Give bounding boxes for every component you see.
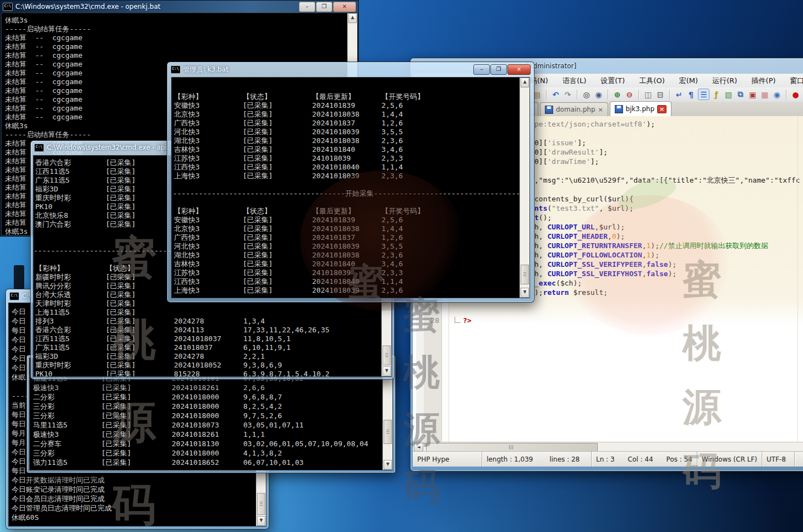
scroll-down-arrow[interactable]: ▼ (383, 366, 391, 376)
scrollbar-k3[interactable]: ▲ ▼ (520, 78, 529, 298)
console-cell: 20241018000 (172, 448, 219, 458)
console-cell: [已采集] (101, 430, 132, 439)
close-button[interactable]: × (333, 2, 356, 12)
console-cell: 广东11选5 (35, 176, 69, 185)
tab-bjk3.php[interactable]: bjk3.php× (610, 101, 671, 116)
scroll-thumb[interactable] (257, 493, 265, 515)
lottery-row: 吉林快3[已采集]20241018403,4,6 (173, 260, 529, 268)
scroll-up-arrow[interactable]: ▲ (521, 78, 529, 87)
menu-item-T[interactable]: 设置(T) (600, 76, 625, 86)
console-cell: 江苏快3 (174, 154, 200, 163)
console-cell: 20241018652 (172, 458, 219, 467)
zoom-out-icon[interactable]: ⊖ (624, 89, 635, 100)
console-cell: 2,3,6 (381, 286, 403, 295)
word-wrap-icon[interactable]: ↵ (674, 89, 684, 100)
scroll-down-arrow[interactable]: ▼ (384, 460, 392, 470)
macro-record-icon[interactable]: ● (790, 89, 801, 100)
console-cell: 241018037 (174, 343, 212, 352)
code-segment: ]; (591, 157, 599, 166)
tab-domain.php[interactable]: domain.php× (540, 102, 608, 116)
lottery-row: 排列3[已采集]20242781,3,4 (34, 317, 391, 326)
console-cell: 20241018038 (312, 251, 359, 260)
console-cell: [已采集] (243, 260, 273, 268)
console-output-k3: 【彩种】【状态】【最后更新】【开奖号码】安徽快3[已采集]20241018392… (171, 77, 530, 298)
console-cell: 815228 (174, 370, 200, 377)
console-cell: 20241018261 (172, 383, 219, 392)
toolbar-separator (577, 90, 577, 100)
zoom-in-icon[interactable]: ⊕ (612, 89, 622, 100)
menu-item-R[interactable]: 运行(R) (712, 76, 737, 86)
console-cell: 2,3,3 (381, 268, 403, 277)
code-line: ?> (463, 316, 472, 325)
titlebar-openkj[interactable]: C:\ C:\Windows\system32\cmd.exe - openkj… (1, 1, 358, 13)
preview-eye-icon[interactable]: ◉ (772, 89, 782, 100)
desktop-icon-fragment[interactable] (14, 265, 24, 289)
maximize-button[interactable]: ❐ (316, 2, 332, 12)
scroll-thumb[interactable] (384, 420, 392, 444)
console-cell: [已采集] (243, 163, 273, 172)
menu-item-P[interactable]: 插件(P) (751, 76, 775, 86)
console-cell: 2,5,6 (381, 216, 403, 224)
menu-item-L[interactable]: 语言(L) (562, 76, 586, 86)
console-cell: [已采集] (106, 176, 136, 185)
function-list-icon[interactable]: ƒ (711, 89, 722, 100)
doc-switcher-icon[interactable]: ⧉ (735, 89, 746, 100)
code-segment: h, (534, 260, 547, 268)
undo-icon[interactable]: ↶ (550, 89, 561, 100)
scroll-thumb[interactable] (383, 345, 391, 365)
console-cell: [已采集] (106, 334, 136, 343)
sync-vertical-icon[interactable]: ◫ (643, 89, 653, 100)
titlebar-k3[interactable]: C:\ 管理员: k3.bat – ❐ × (167, 62, 534, 76)
redo-icon[interactable]: ↷ (562, 89, 573, 100)
console-cell: [已采集] (106, 308, 136, 317)
scroll-down-arrow[interactable]: ▼ (257, 516, 265, 526)
monitor-icon[interactable]: ▣ (747, 89, 758, 100)
sync-horizontal-icon[interactable]: ⊟ (655, 89, 665, 100)
indent-guide-icon[interactable]: ☰ (698, 89, 709, 100)
scroll-thumb[interactable] (426, 443, 598, 452)
code-segment: h, (534, 251, 547, 259)
minimize-button[interactable]: – (299, 2, 315, 12)
code-segment: ?> (463, 316, 472, 325)
console-cell: 二分赛车 (33, 439, 62, 448)
console-line: 未结算 -- cgcgame (5, 42, 346, 51)
scroll-down-arrow[interactable]: ▼ (521, 288, 529, 298)
minimize-button[interactable]: – (473, 64, 490, 75)
lottery-row: 二分彩[已采集]202410180009,6,8,8,7 (30, 392, 392, 402)
folder-workspace-icon[interactable]: ▦ (760, 89, 770, 100)
console-cell: 广西快3 (174, 119, 200, 128)
find-icon[interactable]: ◎ (581, 89, 592, 100)
restore-button[interactable]: ❐ (490, 64, 507, 75)
console-line: 今日账变记录清理时间已完成 (12, 485, 266, 494)
lottery-row: 三分彩[已采集]202410180004,1,3,8,2 (30, 448, 392, 458)
console-cell: 三分彩 (33, 448, 54, 458)
scroll-up-arrow[interactable]: ▲ (348, 13, 357, 23)
console-cell: 排列3 (35, 317, 54, 326)
code-line: pe:text/json;charset=utf8'); (534, 119, 655, 129)
console-cell: 20241018037 (174, 334, 221, 343)
console-cell: 2,3,3 (381, 154, 403, 163)
close-button[interactable]: × (507, 64, 531, 75)
status-eol: Windows (CR LF) (697, 452, 762, 467)
fold-line (455, 317, 461, 323)
console-cell: [已采集] (106, 273, 136, 282)
menu-item-O[interactable]: 工具(O) (639, 76, 664, 86)
status-doc-type: PHP Hype (413, 452, 482, 467)
document-map-icon[interactable]: ▨ (723, 89, 734, 100)
menu-item-M[interactable]: 宏(M) (679, 76, 698, 86)
console-cell: 台湾大乐透 (35, 290, 71, 299)
code-segment: ]; (599, 148, 608, 156)
lottery-row: 安徽快3[已采集]20241018392,5,6 (173, 216, 529, 224)
menu-item-W[interactable]: 窗口(W) (790, 76, 803, 86)
console-cell: [已采集] (243, 128, 273, 136)
tab-close-icon[interactable]: × (657, 105, 667, 113)
horizontal-scrollbar[interactable]: ◄ (413, 442, 803, 452)
scroll-left-arrow[interactable]: ◄ (414, 443, 423, 452)
tab-close-icon[interactable]: × (598, 106, 603, 113)
replace-icon[interactable]: ◉ (593, 89, 604, 100)
console-cell: [已采集] (101, 383, 132, 392)
show-all-chars-icon[interactable]: ¶ (686, 89, 696, 100)
console-cell: [已采集] (106, 194, 136, 202)
scroll-thumb[interactable] (521, 265, 529, 284)
lottery-row: 湖北快3[已采集]202410180382,3,6 (173, 251, 529, 260)
